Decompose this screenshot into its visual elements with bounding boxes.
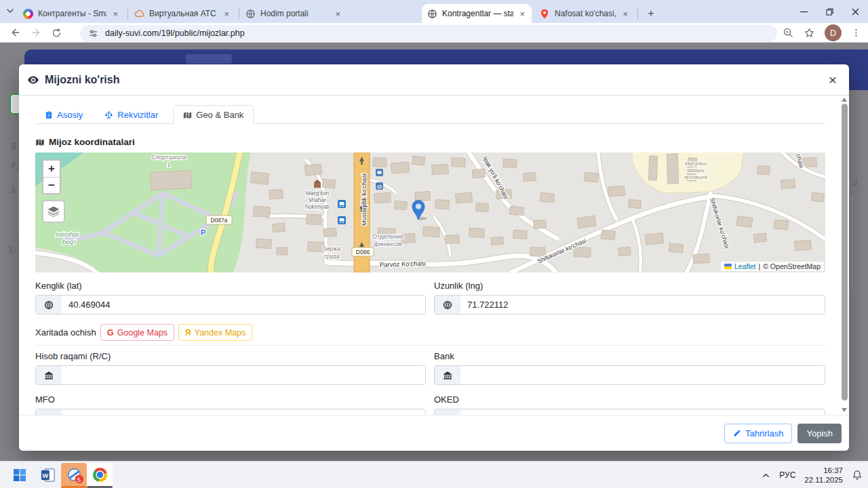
browser-tab[interactable]: Nafosat ko'chasi, 5/1 — Yande ×: [534, 4, 635, 23]
tab-title: Виртуальная АТС: [149, 9, 218, 18]
lng-field: [434, 295, 825, 314]
map-badge-d087a: D087a: [210, 217, 227, 224]
language-indicator[interactable]: РУС: [779, 470, 795, 480]
map-label-sport: 1: [167, 161, 170, 168]
map-park-area: [35, 152, 251, 272]
zoom-out-button[interactable]: −: [43, 177, 60, 193]
oked-input[interactable]: [460, 409, 825, 415]
lat-input[interactable]: [62, 296, 425, 314]
tab-rekvizitlar[interactable]: Rekvizitlar: [95, 105, 167, 124]
browser-tab[interactable]: Hodim portali ×: [240, 4, 347, 23]
map-label-birzha: труда: [323, 253, 339, 260]
account-input[interactable]: [62, 366, 425, 384]
clipboard-icon: [45, 110, 53, 119]
scroll-up-arrow[interactable]: [842, 98, 847, 102]
map-label-hokimiyat: Marg'ilon: [306, 190, 329, 197]
zoom-in-button[interactable]: +: [43, 161, 60, 177]
tab-close-icon[interactable]: ×: [334, 9, 342, 19]
hidden-icons-chevron[interactable]: [762, 471, 770, 480]
tab-asosiy[interactable]: Asosiy: [35, 105, 92, 124]
yandex-ya-icon: Я: [185, 328, 191, 338]
tab-search-chevron-icon[interactable]: [5, 6, 15, 16]
window-minimize-button[interactable]: [791, 0, 816, 23]
leaflet-map[interactable]: @ Спортшкола 1 Marg'ilon shahar hokimyat…: [35, 152, 825, 272]
yandex-maps-button[interactable]: Я Yandex Maps: [178, 324, 252, 341]
new-tab-button[interactable]: +: [643, 5, 659, 22]
notifications-bell-icon[interactable]: [852, 470, 863, 481]
taskbar-phone-app-button[interactable]: 5: [61, 463, 87, 487]
eye-icon: [27, 74, 39, 86]
map-marked-icon: [183, 110, 192, 119]
tab-label: Asosiy: [57, 110, 83, 120]
leaflet-link[interactable]: Leaflet: [734, 262, 756, 270]
scrollbar-thumb[interactable]: [842, 104, 848, 401]
zoom-out-page-icon[interactable]: [783, 27, 794, 39]
url-bar[interactable]: daily-suvi.com/19l/public/mijozlar.php: [80, 25, 777, 41]
browser-tabstrip: Контрагенты - Smartup × Виртуальная АТС …: [0, 0, 868, 23]
browser-tab-active[interactable]: Kontragentlar — stacked moda ×: [422, 4, 532, 23]
taskbar-clock[interactable]: 16:37 22.11.2025: [804, 466, 843, 485]
bank-icon: [435, 409, 460, 415]
taskbar-chrome-button[interactable]: [87, 463, 113, 487]
map-label-mustaqillik: Mustaqillik ko'chasi: [361, 174, 368, 226]
background-navbar-button: [186, 54, 232, 64]
tab-label: Rekvizitlar: [117, 110, 158, 120]
modal-scrollbar[interactable]: [842, 97, 848, 413]
google-g-icon: G: [107, 327, 114, 338]
system-tray: РУС 16:37 22.11.2025: [762, 462, 863, 488]
oked-field: [434, 409, 825, 415]
bank-input[interactable]: [460, 366, 825, 384]
map-label-texnikum: Marg'ilon: [685, 161, 707, 167]
tab-close-icon[interactable]: ×: [222, 9, 231, 19]
osm-link[interactable]: © OpenStreetMap: [763, 262, 821, 270]
map-label-texnikum: tibbiyot: [687, 167, 705, 174]
notification-badge: 5: [75, 474, 84, 484]
tab-close-icon[interactable]: ×: [111, 9, 119, 19]
browser-tab[interactable]: Виртуальная АТС ×: [129, 4, 236, 23]
window-restore-button[interactable]: [816, 0, 842, 23]
tab-title: Kontragentlar — stacked moda: [442, 9, 513, 18]
profile-avatar[interactable]: D: [825, 24, 842, 41]
bank-icon: [36, 409, 62, 415]
google-maps-button[interactable]: G Google Maps: [100, 324, 174, 341]
clock-date: 22.11.2025: [804, 476, 843, 484]
close-button[interactable]: Yopish: [797, 424, 842, 443]
map-layers-button[interactable]: [42, 200, 65, 223]
section-title: Mijoz koordinatalari: [49, 137, 135, 147]
background-fragment: 1: [8, 245, 13, 255]
browser-menu-kebab-icon[interactable]: [851, 28, 861, 38]
lng-input[interactable]: [460, 296, 825, 314]
google-maps-label: Google Maps: [117, 328, 167, 338]
reload-button[interactable]: [46, 24, 66, 41]
tab-close-icon[interactable]: ×: [621, 9, 629, 19]
browser-tab[interactable]: Контрагенты - Smartup ×: [18, 4, 125, 23]
modal-body: Asosiy Rekvizitlar Geo & Bank Mijoz koor…: [19, 96, 849, 415]
scroll-down-arrow[interactable]: [842, 408, 847, 412]
map-label-finance: финансов: [374, 241, 402, 247]
ukraine-flag-icon: [724, 264, 732, 269]
bookmark-star-icon[interactable]: [804, 27, 815, 39]
account-field: [35, 365, 426, 385]
tab-geo-bank[interactable]: Geo & Bank: [173, 105, 254, 124]
chrome-icon: [93, 468, 107, 482]
map-location-icon: [35, 138, 45, 146]
forward-button[interactable]: [26, 24, 46, 41]
back-button[interactable]: [5, 24, 26, 41]
window-close-button[interactable]: [842, 0, 868, 23]
windows-logo-icon: [13, 468, 26, 482]
svg-text:@: @: [376, 184, 382, 190]
modal-close-icon[interactable]: ×: [825, 71, 841, 88]
mfo-input[interactable]: [62, 409, 425, 415]
globe-favicon-icon: [427, 9, 437, 19]
edit-button[interactable]: Tahrirlash: [724, 424, 792, 443]
globe-favicon-icon: [245, 9, 256, 19]
word-icon: W: [41, 468, 56, 483]
modal-header: Mijozni ko'rish ×: [19, 64, 849, 96]
bank-icon: [36, 366, 62, 384]
open-map-label: Xaritada ochish: [35, 327, 96, 338]
site-info-icon[interactable]: [88, 28, 98, 39]
map-label-sport: Спортшкола: [151, 154, 186, 161]
taskbar-word-button[interactable]: W: [35, 463, 61, 487]
start-button[interactable]: [7, 463, 33, 487]
tab-close-icon[interactable]: ×: [518, 9, 526, 19]
